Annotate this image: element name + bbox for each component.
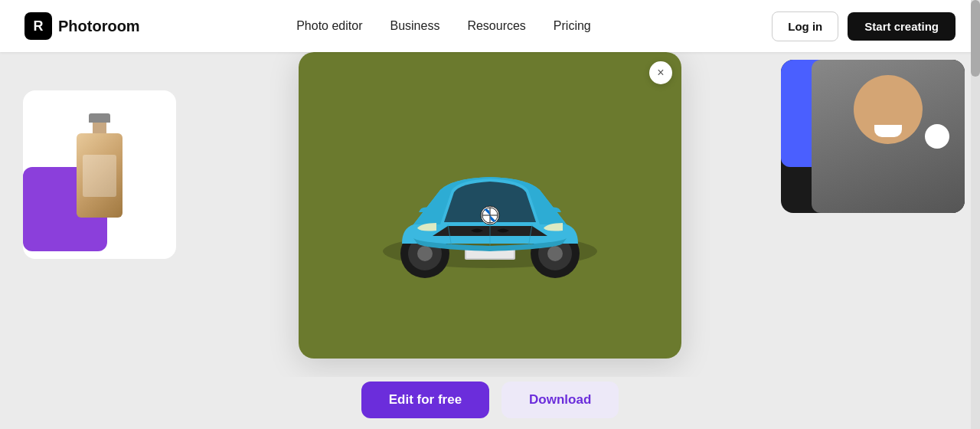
modal-image-area: [299, 52, 681, 359]
person-face: [854, 75, 923, 144]
login-button[interactable]: Log in: [772, 11, 838, 41]
white-circle-accent: [925, 124, 949, 149]
image-result-modal: ×: [299, 52, 681, 359]
modal-close-button[interactable]: ×: [649, 61, 672, 84]
main-content: ×: [0, 52, 980, 429]
nav-link-resources[interactable]: Resources: [467, 19, 525, 33]
bottle-body: [77, 133, 122, 218]
logo-icon: R: [24, 12, 52, 40]
nav-link-business[interactable]: Business: [390, 19, 439, 33]
start-creating-button[interactable]: Start creating: [848, 12, 956, 41]
nav-link-pricing[interactable]: Pricing: [554, 19, 591, 33]
right-example-card: [781, 60, 965, 213]
download-button[interactable]: Download: [501, 382, 619, 418]
nav-links: Photo editor Business Resources Pricing: [116, 19, 773, 33]
scrollbar[interactable]: [971, 0, 980, 429]
bottle-neck: [93, 123, 106, 133]
scrollbar-thumb[interactable]: [971, 0, 980, 77]
nav-actions: Log in Start creating: [772, 11, 956, 41]
left-example-card: [23, 90, 176, 259]
person-smile: [874, 125, 902, 137]
svg-point-6: [547, 246, 563, 261]
logo-icon-char: R: [34, 18, 44, 34]
perfume-image: [23, 98, 176, 251]
close-icon: ×: [657, 66, 664, 80]
nav-link-photo-editor[interactable]: Photo editor: [296, 19, 362, 33]
bottle-label: [83, 155, 116, 197]
edit-for-free-button[interactable]: Edit for free: [361, 382, 489, 418]
bottle-cap: [89, 113, 110, 123]
bottom-action-bar: Edit for free Download: [0, 377, 980, 429]
car-image: [371, 117, 609, 293]
svg-point-3: [417, 246, 433, 261]
navbar: R Photoroom Photo editor Business Resour…: [0, 0, 980, 52]
perfume-bottle: [61, 113, 138, 236]
